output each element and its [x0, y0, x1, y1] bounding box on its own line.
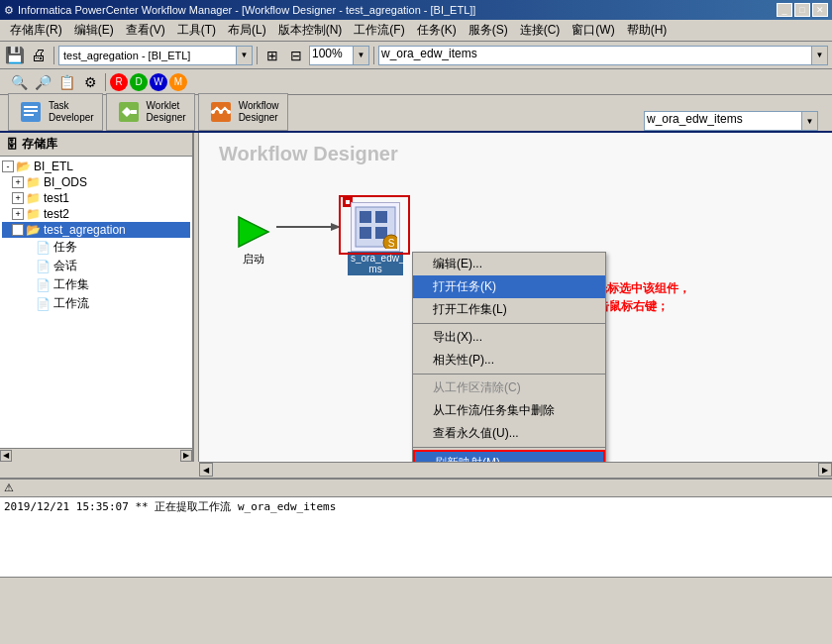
tb2-btn2[interactable]: 🔎 — [32, 71, 53, 93]
expand-bietl[interactable]: - — [2, 161, 14, 172]
tab-worklet-designer[interactable]: Worklet Designer — [106, 93, 195, 131]
tb2-btn7[interactable]: W — [150, 73, 167, 91]
menu-versioncontrol[interactable]: 版本控制(N) — [272, 20, 349, 41]
context-menu: 编辑(E)... 打开任务(K) 打开工作集(L) 导出(X)... 相关性(P… — [412, 252, 606, 462]
ctx-open-worklet[interactable]: 打开工作集(L) — [413, 298, 605, 321]
svg-point-8 — [219, 110, 223, 114]
menu-layout[interactable]: 布局(L) — [222, 20, 272, 41]
log-content: 2019/12/21 15:35:07 ** 正在提取工作流 w_ora_edw… — [0, 497, 832, 577]
scroll-left-btn[interactable]: ◀ — [0, 450, 12, 462]
svg-rect-3 — [24, 114, 34, 116]
sidebar: 🗄 存储库 -📂BI_ETL +📁BI_ODS +📁test1 +📁test2 … — [0, 133, 193, 462]
tab-task-developer[interactable]: Task Developer — [8, 93, 103, 131]
tb2-btn5[interactable]: R — [110, 73, 128, 91]
designer-canvas[interactable]: Workflow Designer 启动 — [199, 133, 832, 462]
log-area: ⚠ 2019/12/21 15:35:07 ** 正在提取工作流 w_ora_e… — [0, 478, 832, 577]
tree-item-sessions[interactable]: 📄会话 — [2, 257, 190, 275]
maximize-button[interactable]: □ — [794, 3, 810, 17]
ctx-refresh-mapping[interactable]: 刷新映射(M) — [413, 450, 605, 462]
ctx-export[interactable]: 导出(X)... — [413, 326, 605, 349]
menu-window[interactable]: 窗口(W) — [566, 20, 620, 41]
menu-repository[interactable]: 存储库(R) — [4, 20, 68, 41]
sidebar-icon: 🗄 — [6, 138, 18, 152]
tb2-btn8[interactable]: M — [169, 73, 187, 91]
ctx-view-perm[interactable]: 查看永久值(U)... — [413, 422, 605, 445]
task-node[interactable]: S s_ora_edw_ms — [348, 202, 403, 275]
close-button[interactable]: ✕ — [812, 3, 828, 17]
project-dropdown-btn[interactable]: ▼ — [237, 46, 253, 65]
menu-connect[interactable]: 连接(C) — [514, 20, 567, 41]
svg-rect-1 — [24, 106, 38, 108]
tab-workflow-designer[interactable]: Workflow Designer — [198, 93, 288, 131]
grid-btn2[interactable]: ⊟ — [285, 45, 307, 66]
minimize-button[interactable]: _ — [777, 3, 792, 17]
sidebar-title: 存储库 — [22, 136, 57, 153]
sidebar-header: 🗄 存储库 — [0, 133, 192, 157]
tb2-btn3[interactable]: 📋 — [55, 71, 77, 93]
tree-label-worklets: 工作集 — [53, 276, 89, 293]
project-dropdown[interactable]: test_agregation - [BI_ETL] — [58, 46, 237, 65]
sidebar-hscroll[interactable]: ◀ ▶ — [0, 448, 192, 462]
menu-edit[interactable]: 编辑(E) — [68, 20, 120, 41]
tb2-btn6[interactable]: D — [130, 73, 148, 91]
menu-help[interactable]: 帮助(H) — [621, 20, 674, 41]
expand-test1[interactable]: + — [12, 192, 24, 204]
designer-hscroll[interactable]: ◀ ▶ — [199, 462, 832, 478]
workflow-nav-dropdown-btn[interactable]: ▼ — [802, 111, 818, 131]
tree-label-tasks: 任务 — [53, 239, 77, 256]
log-header-icon: ⚠ — [4, 482, 14, 494]
tb2-btn4[interactable]: ⚙ — [79, 71, 101, 93]
tree-item-worklets[interactable]: 📄工作集 — [2, 275, 190, 294]
menu-task[interactable]: 任务(K) — [411, 20, 463, 41]
svg-rect-2 — [24, 110, 38, 112]
tree-label-test2: test2 — [44, 207, 69, 221]
task-node-container[interactable]: S s_ora_edw_ms — [343, 197, 353, 207]
workflow-dropdown[interactable]: w_ora_edw_items — [378, 46, 812, 65]
start-node[interactable]: 启动 — [234, 212, 273, 267]
print-button[interactable]: 🖨 — [28, 45, 50, 66]
tree-item-test1[interactable]: +📁test1 — [2, 190, 190, 206]
tree-item-workflows[interactable]: 📄工作流 — [2, 294, 190, 313]
expand-biods[interactable]: + — [12, 176, 24, 188]
zoom-input[interactable]: 100% — [309, 46, 354, 65]
workflow-designer-icon — [207, 98, 235, 126]
connection-arrow — [276, 226, 336, 228]
main-content: 🗄 存储库 -📂BI_ETL +📁BI_ODS +📁test1 +📁test2 … — [0, 133, 832, 462]
zoom-dropdown-btn[interactable]: ▼ — [354, 46, 369, 65]
designer-title-text: Workflow Designer — [219, 143, 398, 165]
tree-item-biods[interactable]: +📁BI_ODS — [2, 174, 190, 190]
svg-rect-16 — [375, 211, 387, 223]
menu-tools[interactable]: 工具(T) — [171, 20, 222, 41]
ctx-edit[interactable]: 编辑(E)... — [413, 253, 605, 275]
workflow-nav-dropdown[interactable]: w_ora_edw_items — [644, 111, 802, 131]
sep2 — [257, 47, 258, 64]
sep1 — [53, 47, 54, 64]
ctx-relate[interactable]: 相关性(P)... — [413, 349, 605, 372]
sidebar-content[interactable]: -📂BI_ETL +📁BI_ODS +📁test1 +📁test2 -📂test… — [0, 157, 192, 448]
tree-item-test2[interactable]: +📁test2 — [2, 206, 190, 222]
menu-service[interactable]: 服务(S) — [463, 20, 514, 41]
ctx-open-task[interactable]: 打开任务(K) — [413, 275, 605, 298]
tree-item-testagg[interactable]: -📂test_agregation — [2, 222, 190, 238]
hscroll-right[interactable]: ▶ — [818, 463, 832, 477]
save-button[interactable]: 💾 — [4, 45, 26, 66]
task-node-icon: S — [351, 202, 400, 252]
ctx-delete[interactable]: 从工作流/任务集中删除 — [413, 399, 605, 422]
expand-test2[interactable]: + — [12, 208, 24, 220]
grid-btn1[interactable]: ⊞ — [261, 45, 283, 66]
log-header: ⚠ — [0, 480, 832, 497]
tree-label-sessions: 会话 — [53, 258, 77, 274]
ctx-sep1 — [413, 323, 605, 324]
task-node-label: s_ora_edw_ms — [348, 252, 403, 275]
menu-view[interactable]: 查看(V) — [120, 20, 171, 41]
svg-rect-15 — [360, 227, 371, 239]
workflow-dropdown-btn[interactable]: ▼ — [812, 46, 828, 65]
tree-item-bietl[interactable]: -📂BI_ETL — [2, 159, 190, 174]
menu-workflow[interactable]: 工作流(F) — [348, 20, 410, 41]
scroll-right-btn[interactable]: ▶ — [180, 450, 192, 462]
hscroll-left[interactable]: ◀ — [199, 463, 213, 477]
expand-testagg[interactable]: - — [12, 224, 24, 236]
tb2-btn1[interactable]: 🔍 — [8, 71, 30, 93]
toolbar-2: 🔍 🔎 📋 ⚙ R D W M — [0, 69, 832, 95]
tree-item-tasks[interactable]: 📄任务 — [2, 238, 190, 257]
